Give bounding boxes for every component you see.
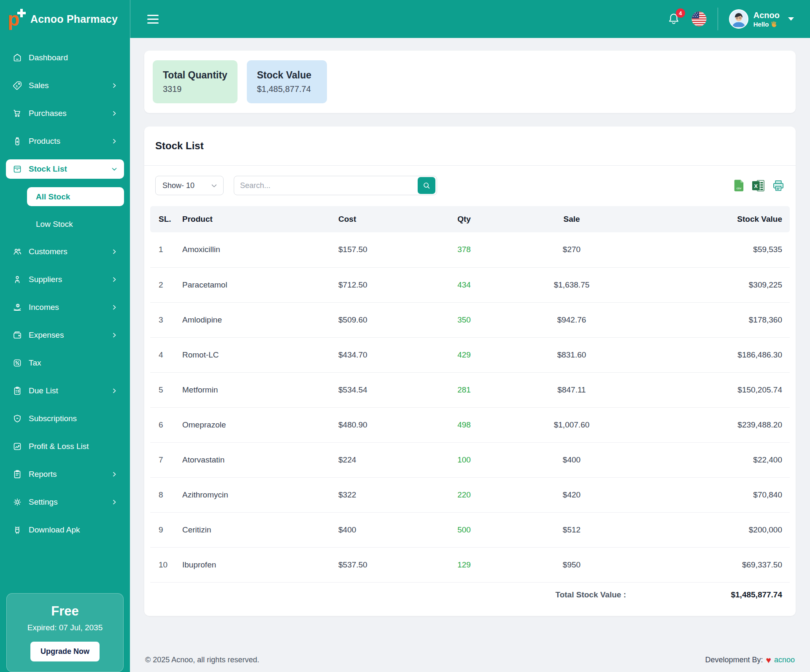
cell-product: Omeprazole <box>177 407 333 442</box>
show-entries-select[interactable]: Show- 10 <box>155 176 224 195</box>
hamburger-menu-icon[interactable] <box>147 15 159 24</box>
brand-logo[interactable]: p Acnoo Pharmacy <box>0 0 130 38</box>
sidebar-item-purchases[interactable]: Purchases <box>6 104 124 123</box>
sidebar-item-dashboard[interactable]: Dashboard <box>6 48 124 67</box>
cell-cost: $400 <box>333 512 430 547</box>
cell-cost: $509.60 <box>333 302 430 337</box>
cell-stock-value: $69,337.50 <box>645 547 790 582</box>
sidebar-item-stock-list[interactable]: Stock List <box>6 159 124 179</box>
table-row: 4Romot-LC$434.70429$831.60$186,486.30 <box>150 337 790 372</box>
total-quantity-card: Total Quantity 3319 <box>153 60 238 103</box>
sidebar-item-products[interactable]: Products <box>6 132 124 151</box>
header-divider <box>718 8 718 30</box>
page-title: Stock List <box>144 126 796 166</box>
cell-sl: 4 <box>150 337 177 372</box>
cell-stock-value: $186,486.30 <box>645 337 790 372</box>
cell-product: Ceritizin <box>177 512 333 547</box>
main-content: Total Quantity 3319 Stock Value $1,485,8… <box>130 38 810 648</box>
search-box <box>234 176 437 195</box>
search-icon <box>422 181 431 190</box>
sidebar-item-reports[interactable]: Reports <box>6 465 124 484</box>
cell-cost: $224 <box>333 442 430 477</box>
cell-sl: 8 <box>150 477 177 512</box>
search-button[interactable] <box>418 177 435 194</box>
sidebar-item-profit-loss-list[interactable]: Profit & Loss List <box>6 437 124 456</box>
cell-stock-value: $70,840 <box>645 477 790 512</box>
col-qty: Qty <box>430 206 498 232</box>
dev-link[interactable]: acnoo <box>774 656 795 664</box>
cell-sl: 9 <box>150 512 177 547</box>
sidebar-item-sales[interactable]: $Sales <box>6 76 124 95</box>
plan-expiry: Expired: 07 Jul, 2035 <box>14 623 116 632</box>
chevron-right-icon <box>111 276 118 283</box>
col-product: Product <box>177 206 333 232</box>
cart-icon <box>12 108 22 118</box>
cell-qty: 129 <box>430 547 498 582</box>
sidebar-item-subscriptions[interactable]: Subscriptions <box>6 409 124 428</box>
sidebar-item-suppliers[interactable]: Suppliers <box>6 270 124 289</box>
total-stock-value: $1,485,877.74 <box>645 582 790 607</box>
home-icon <box>12 53 22 63</box>
bottle-icon <box>12 136 22 146</box>
app-root: p Acnoo Pharmacy Dashboard$SalesPurchase… <box>0 0 810 672</box>
stock-value-title: Stock Value <box>257 70 317 81</box>
cell-sale: $512 <box>498 512 645 547</box>
chevron-down-icon <box>211 182 218 189</box>
plan-name: Free <box>14 604 116 619</box>
table-row: 7Atorvastatin$224100$400$22,400 <box>150 442 790 477</box>
notification-bell-icon[interactable]: 4 <box>667 12 680 26</box>
summary-card: Total Quantity 3319 Stock Value $1,485,8… <box>144 51 796 113</box>
upgrade-now-button[interactable]: Upgrade Now <box>30 642 100 661</box>
col-sl: SL. <box>150 206 177 232</box>
table-row: 3Amlodipine$509.60350$942.76$178,360 <box>150 302 790 337</box>
sidebar-subitem-all-stock[interactable]: All Stock <box>27 187 124 206</box>
csv-export-icon[interactable]: csv <box>733 179 745 192</box>
print-icon[interactable] <box>772 180 785 192</box>
table-row: 5Metformin$534.54281$847.11$150,205.74 <box>150 372 790 407</box>
user-greeting: Hello <box>753 21 769 28</box>
user-name: Acnoo <box>753 11 780 20</box>
cell-qty: 378 <box>430 232 498 267</box>
copyright-text: © 2025 Acnoo, all rights reserved. <box>145 656 259 664</box>
cell-qty: 281 <box>430 372 498 407</box>
cell-stock-value: $59,535 <box>645 232 790 267</box>
page-footer: © 2025 Acnoo, all rights reserved. Devel… <box>130 648 810 672</box>
total-stock-value-label: Total Stock Value : <box>150 582 645 607</box>
gear-icon <box>12 497 22 507</box>
chevron-right-icon <box>111 387 118 394</box>
col-sale: Sale <box>498 206 645 232</box>
cell-sl: 1 <box>150 232 177 267</box>
cell-stock-value: $178,360 <box>645 302 790 337</box>
stock-value-value: $1,485,877.74 <box>257 84 317 94</box>
sidebar-item-settings[interactable]: Settings <box>6 492 124 512</box>
cell-cost: $322 <box>333 477 430 512</box>
income-icon: $ <box>12 302 22 312</box>
sidebar: p Acnoo Pharmacy Dashboard$SalesPurchase… <box>0 0 130 672</box>
chevron-right-icon <box>111 110 118 117</box>
cell-product: Amlodipine <box>177 302 333 337</box>
cell-sale: $420 <box>498 477 645 512</box>
box-icon <box>12 164 22 174</box>
search-input[interactable] <box>234 181 416 190</box>
cell-sl: 5 <box>150 372 177 407</box>
sidebar-item-download-apk[interactable]: Download Apk <box>6 520 124 540</box>
sidebar-item-due-list[interactable]: Due List <box>6 381 124 401</box>
sidebar-subitem-low-stock[interactable]: Low Stock <box>27 215 124 234</box>
user-menu[interactable]: Acnoo Hello <box>729 9 794 29</box>
sidebar-item-customers[interactable]: Customers <box>6 242 124 261</box>
clipboard-check-icon <box>12 386 22 396</box>
tag-icon: $ <box>12 81 22 91</box>
cell-qty: 434 <box>430 267 498 302</box>
language-flag-icon[interactable] <box>691 11 707 27</box>
sidebar-item-incomes[interactable]: $Incomes <box>6 298 124 317</box>
waving-hand-icon <box>771 21 777 27</box>
heart-icon: ♥ <box>766 656 771 664</box>
cell-qty: 500 <box>430 512 498 547</box>
sidebar-item-expenses[interactable]: Expenses <box>6 325 124 345</box>
cell-sale: $942.76 <box>498 302 645 337</box>
excel-export-icon[interactable]: X <box>752 180 765 192</box>
col-cost: Cost <box>333 206 430 232</box>
plus-icon <box>17 9 26 17</box>
sidebar-item-tax[interactable]: Tax <box>6 353 124 373</box>
cell-cost: $712.50 <box>333 267 430 302</box>
